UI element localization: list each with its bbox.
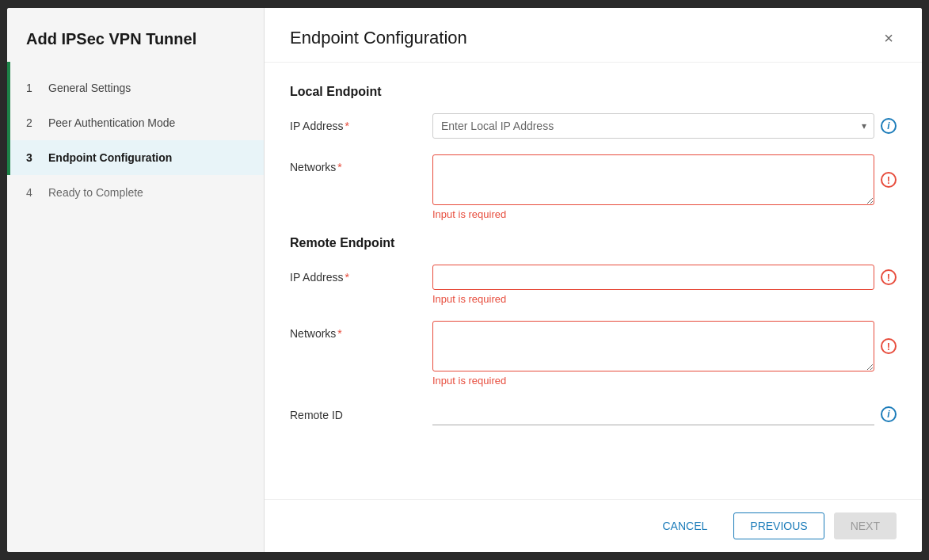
local-ip-select-wrapper: Enter Local IP Address ▾ xyxy=(432,113,874,139)
modal-overlay: Add IPSec VPN Tunnel 1 General Settings … xyxy=(0,0,929,560)
cancel-button[interactable]: CANCEL xyxy=(646,512,725,539)
close-button[interactable]: × xyxy=(881,27,897,49)
remote-networks-required-star: * xyxy=(337,327,341,340)
sidebar-item-ready[interactable]: 4 Ready to Complete xyxy=(7,175,264,210)
remote-networks-error-text: Input is required xyxy=(432,375,897,387)
step-label-1: General Settings xyxy=(48,82,131,94)
remote-ip-error-text: Input is required xyxy=(432,293,897,305)
local-ip-info-icon[interactable]: i xyxy=(881,118,897,134)
local-networks-error-icon[interactable]: ! xyxy=(881,172,897,188)
remote-ip-field: ! Input is required xyxy=(432,265,897,305)
local-networks-field-row: ! xyxy=(432,154,897,205)
step-label-3: Endpoint Configuration xyxy=(48,151,172,164)
remote-id-input-wrapper: i xyxy=(432,402,897,425)
remote-ip-error-icon[interactable]: ! xyxy=(881,269,897,285)
page-title: Endpoint Configuration xyxy=(290,28,467,48)
sidebar-item-peer-auth[interactable]: 2 Peer Authentication Mode xyxy=(7,105,264,140)
remote-networks-label: Networks* xyxy=(290,321,432,340)
modal: Add IPSec VPN Tunnel 1 General Settings … xyxy=(7,8,922,552)
remote-id-input[interactable] xyxy=(432,402,874,425)
step-number-4: 4 xyxy=(26,186,39,199)
remote-ip-field-row: ! xyxy=(432,265,897,290)
local-ip-field-row: Enter Local IP Address ▾ i xyxy=(432,113,897,139)
main-footer: CANCEL PREVIOUS NEXT xyxy=(265,499,922,552)
remote-id-info-icon[interactable]: i xyxy=(881,406,897,422)
remote-networks-textarea[interactable] xyxy=(432,321,874,371)
next-button: NEXT xyxy=(834,512,897,539)
sidebar-title: Add IPSec VPN Tunnel xyxy=(7,8,264,64)
local-ip-label: IP Address* xyxy=(290,113,432,132)
remote-id-field: i xyxy=(432,402,897,425)
remote-ip-required-star: * xyxy=(345,271,348,284)
step-label-2: Peer Authentication Mode xyxy=(48,116,175,129)
local-ip-required-star: * xyxy=(345,120,348,132)
local-ip-address-row: IP Address* Enter Local IP Address ▾ i xyxy=(290,113,897,139)
sidebar-steps: 1 General Settings 2 Peer Authentication… xyxy=(7,70,264,210)
remote-endpoint-title: Remote Endpoint xyxy=(290,236,897,250)
local-networks-row: Networks* ! Input is required xyxy=(290,154,897,220)
sidebar-item-general-settings[interactable]: 1 General Settings xyxy=(7,70,264,105)
sidebar: Add IPSec VPN Tunnel 1 General Settings … xyxy=(7,8,265,552)
main-body: Local Endpoint IP Address* Enter Local I… xyxy=(265,63,922,499)
step-number-3: 3 xyxy=(26,151,39,164)
step-number-1: 1 xyxy=(26,82,39,94)
remote-ip-input[interactable] xyxy=(432,265,874,290)
local-networks-textarea[interactable] xyxy=(432,154,874,205)
local-endpoint-title: Local Endpoint xyxy=(290,85,897,99)
main-header: Endpoint Configuration × xyxy=(265,8,922,63)
local-networks-error-text: Input is required xyxy=(432,208,897,220)
remote-id-label: Remote ID xyxy=(290,402,432,421)
local-ip-field: Enter Local IP Address ▾ i xyxy=(432,113,897,139)
local-networks-field: ! Input is required xyxy=(432,154,897,220)
remote-ip-label: IP Address* xyxy=(290,265,432,284)
local-ip-select[interactable]: Enter Local IP Address xyxy=(432,113,874,139)
remote-networks-field: ! Input is required xyxy=(432,321,897,387)
remote-networks-error-icon[interactable]: ! xyxy=(881,338,897,354)
remote-networks-row: Networks* ! Input is required xyxy=(290,321,897,387)
previous-button[interactable]: PREVIOUS xyxy=(733,512,824,539)
sidebar-item-endpoint-config[interactable]: 3 Endpoint Configuration xyxy=(7,140,264,175)
step-label-4: Ready to Complete xyxy=(48,186,143,199)
local-networks-label: Networks* xyxy=(290,154,432,173)
local-networks-required-star: * xyxy=(337,161,341,173)
remote-networks-field-row: ! xyxy=(432,321,897,371)
remote-ip-address-row: IP Address* ! Input is required xyxy=(290,265,897,305)
step-number-2: 2 xyxy=(26,116,39,129)
remote-id-row: Remote ID i xyxy=(290,402,897,425)
main-content: Endpoint Configuration × Local Endpoint … xyxy=(265,8,922,552)
